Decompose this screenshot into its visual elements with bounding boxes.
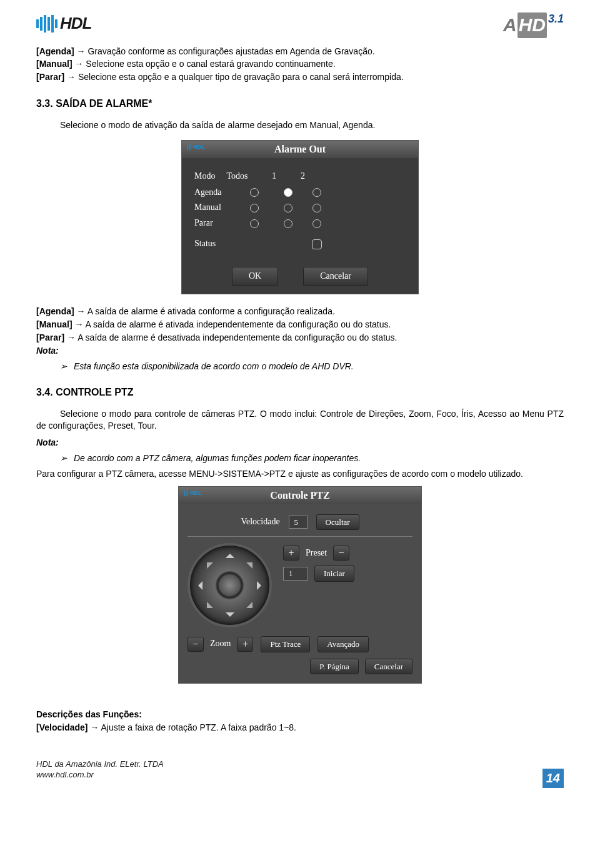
avancado-button[interactable]: Avançado	[318, 636, 369, 652]
footer-company: HDL da Amazônia Ind. ELetr. LTDA	[36, 759, 564, 770]
arrow-right-icon[interactable]	[257, 581, 266, 590]
ptz-direction-wheel[interactable]	[188, 543, 272, 627]
radio-agenda-todos[interactable]	[250, 188, 259, 197]
section-3-4-heading: 3.4. CONTROLE PTZ	[36, 386, 564, 399]
zoom-minus-button[interactable]: −	[188, 637, 204, 652]
post-agenda: [Agenda] → A saída de alarme é ativada c…	[36, 306, 564, 317]
bullet-arrow-icon: ➢	[60, 361, 68, 372]
radio-agenda-1[interactable]	[284, 188, 292, 197]
nota-1: Nota:	[36, 345, 564, 357]
preset-plus-button[interactable]: +	[283, 546, 299, 561]
section-3-3-desc: Selecione o modo de ativação da saída de…	[60, 119, 564, 131]
ptz-trace-button[interactable]: Ptz Trace	[261, 636, 310, 652]
post-manual: [Manual] → A saída de alarme é ativada i…	[36, 319, 564, 331]
section-3-4-desc: Selecione o modo para controle de câmera…	[36, 408, 564, 432]
zoom-plus-button[interactable]: +	[237, 637, 253, 652]
footer-url: www.hdl.com.br	[36, 769, 564, 781]
preset-label: Preset	[306, 547, 327, 559]
section-3-3-heading: 3.3. SAÍDA DE ALARME*	[36, 97, 564, 111]
ok-button[interactable]: OK	[232, 267, 278, 286]
radio-manual-2[interactable]	[312, 204, 321, 212]
logo-bars-icon	[36, 15, 58, 32]
velocidade-value[interactable]: 5	[289, 516, 308, 529]
bullet-arrow-icon: ➢	[60, 452, 68, 464]
radio-parar-1[interactable]	[284, 219, 292, 228]
ptz-config-note: Para configurar a PTZ câmera, acesse MEN…	[36, 468, 564, 480]
checkbox-status-2[interactable]	[312, 239, 322, 249]
nota-1-bullet: ➢Esta função esta disponibilizada de aco…	[60, 361, 564, 372]
ptz-title: Controle PTZ	[270, 489, 329, 502]
intro-manual: [Manual] → Selecione esta opção e o cana…	[36, 58, 564, 70]
intro-parar: [Parar] → Selecione esta opção e a qualq…	[36, 71, 564, 83]
nota-2: Nota:	[36, 437, 564, 449]
alarme-row-manual: Manual	[194, 200, 406, 216]
page-header: HDL AHD3.1	[36, 12, 564, 38]
hdl-logo-text: HDL	[60, 12, 91, 34]
mini-hdl-logo-icon: ||| HDL	[187, 143, 205, 151]
radio-manual-todos[interactable]	[250, 204, 259, 212]
hdl-logo: HDL	[36, 12, 91, 34]
velocidade-label: Velocidade	[241, 516, 279, 528]
iniciar-button[interactable]: Iniciar	[314, 566, 354, 582]
cancel-button[interactable]: Cancelar	[303, 267, 368, 286]
nota-2-bullet: ➢De acordo com a PTZ câmera, algumas fun…	[60, 452, 564, 464]
page-footer: HDL da Amazônia Ind. ELetr. LTDA www.hdl…	[36, 759, 564, 781]
zoom-label: Zoom	[210, 638, 231, 650]
ptz-divider	[188, 536, 412, 537]
controle-ptz-screenshot: ||| HDL Controle PTZ Velocidade 5 Oculta…	[178, 486, 422, 684]
alarme-row-agenda: Agenda	[194, 185, 406, 201]
mini-hdl-logo-icon: ||| HDL	[184, 489, 202, 497]
arrow-down-right-icon[interactable]	[246, 602, 259, 614]
preset-minus-button[interactable]: −	[333, 546, 349, 561]
arrow-up-left-icon[interactable]	[201, 556, 213, 569]
post-parar: [Parar] → A saída de alarme é desativada…	[36, 332, 564, 344]
ahd-logo: AHD3.1	[503, 12, 564, 38]
arrow-up-icon[interactable]	[226, 549, 234, 558]
alarme-out-title-bar: ||| HDL Alarme Out	[182, 141, 418, 158]
func-desc-heading: Descrições das Funções:	[36, 709, 564, 721]
ptz-title-bar: ||| HDL Controle PTZ	[179, 487, 421, 504]
radio-parar-2[interactable]	[312, 219, 321, 228]
radio-agenda-2[interactable]	[312, 188, 321, 197]
arrow-left-icon[interactable]	[194, 581, 202, 590]
alarme-out-screenshot: ||| HDL Alarme Out Modo Todos 1 2 Agenda…	[181, 140, 419, 294]
alarme-row-parar: Parar	[194, 216, 406, 231]
arrow-down-left-icon[interactable]	[201, 602, 213, 614]
ppagina-button[interactable]: P. Página	[310, 659, 359, 675]
ptz-cancel-button[interactable]: Cancelar	[365, 659, 412, 675]
radio-parar-todos[interactable]	[250, 219, 259, 228]
arrow-down-icon[interactable]	[226, 612, 234, 621]
alarme-row-status: Status	[194, 236, 406, 252]
func-desc-vel: [Velocidade] → Ajuste a faixa de rotação…	[36, 722, 564, 734]
page-number: 14	[542, 769, 564, 788]
arrow-up-right-icon[interactable]	[246, 556, 259, 569]
alarme-out-title: Alarme Out	[274, 142, 326, 156]
preset-value[interactable]: 1	[283, 567, 308, 581]
intro-agenda: [Agenda] → Gravação conforme as configur…	[36, 46, 564, 57]
alarme-table-header: Modo Todos 1 2	[194, 169, 406, 185]
radio-manual-1[interactable]	[284, 204, 292, 212]
ocultar-button[interactable]: Ocultar	[316, 514, 359, 531]
